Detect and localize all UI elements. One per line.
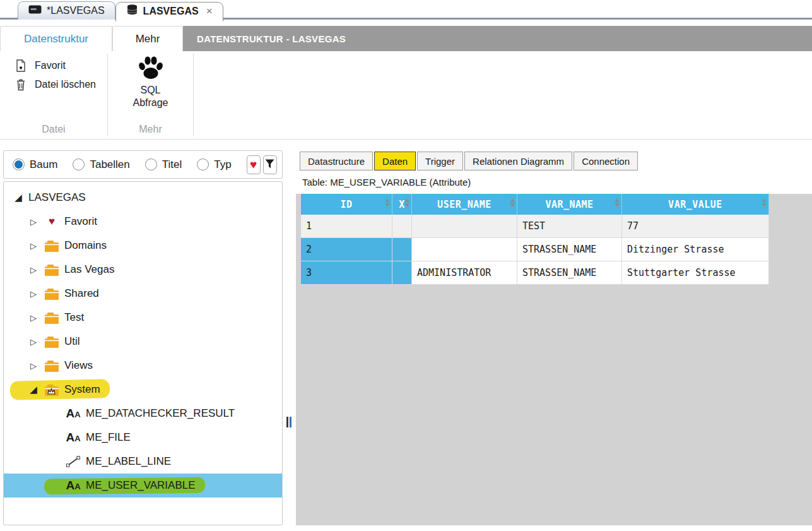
sort-icon[interactable] (404, 199, 409, 206)
tree-item-favorit[interactable]: ▷♥Favorit (4, 210, 282, 234)
favorit-label: Favorit (35, 60, 66, 71)
expand-icon[interactable]: ▷ (28, 361, 39, 371)
collapse-icon[interactable]: ◢ (13, 192, 24, 203)
sort-icon[interactable] (510, 199, 515, 206)
table-cell[interactable] (412, 238, 517, 261)
close-tab-icon[interactable]: × (206, 5, 213, 18)
tab-relationen-diagramm[interactable]: Relationen Diagramm (464, 152, 572, 170)
radio-selected-icon[interactable] (13, 158, 25, 170)
table-cell[interactable]: STRASSEN_NAME (517, 261, 622, 285)
datei-loeschen-button[interactable]: Datei löschen (13, 75, 107, 94)
tree-item-label: Domains (64, 239, 107, 252)
column-header-var-value[interactable]: VAR_VALUE (622, 194, 769, 215)
expand-icon[interactable]: ▷ (28, 337, 39, 347)
sql-abfrage-button[interactable]: SQL Abfrage (119, 55, 182, 109)
tree-item-label: LASVEGAS (28, 191, 86, 204)
table-cell[interactable]: 2 (301, 238, 392, 261)
folder-icon (44, 359, 60, 373)
expand-icon[interactable]: ▷ (28, 217, 39, 227)
table-cell[interactable] (392, 215, 412, 238)
table-cell[interactable]: Stuttgarter Strasse (622, 261, 769, 285)
tree-item-label: Util (64, 335, 80, 348)
table-caption: Table: ME_USER_VARIABLE (Attribute) (296, 170, 812, 194)
table-cell[interactable] (392, 238, 412, 261)
navigation-panel: BaumTabellenTitelTyp♥ ◢LASVEGAS▷♥Favorit… (3, 150, 283, 525)
radio-icon[interactable] (197, 158, 209, 170)
expand-icon[interactable]: ▷ (28, 241, 39, 251)
tree-item-test[interactable]: ▷Test (4, 306, 282, 330)
expand-icon[interactable]: ▷ (28, 313, 39, 323)
tree-item-lasvegas[interactable]: ◢LASVEGAS (4, 186, 282, 210)
folder-crown-icon (44, 383, 60, 397)
table-cell[interactable] (392, 261, 412, 285)
filter-button[interactable] (263, 155, 277, 174)
database-icon (126, 4, 138, 18)
tab-trigger[interactable]: Trigger (417, 152, 463, 170)
favorites-button[interactable]: ♥ (247, 155, 261, 174)
tree-item-system[interactable]: ◢System (4, 378, 282, 402)
text-attribute-icon: AA (65, 407, 81, 421)
column-header-id[interactable]: ID (301, 194, 392, 215)
tab-daten[interactable]: Daten (374, 152, 416, 170)
detail-panel: DatastructureDatenTriggerRelationen Diag… (296, 150, 812, 525)
tree-item-views[interactable]: ▷Views (4, 354, 282, 378)
view-option-baum[interactable]: Baum (13, 158, 57, 171)
favorite-file-icon (13, 59, 29, 72)
column-header-label: VAR_VALUE (668, 199, 722, 210)
table-cell[interactable]: 1 (301, 215, 392, 238)
funnel-icon (265, 159, 274, 170)
tab-connection[interactable]: Connection (574, 152, 638, 170)
column-header-x[interactable]: X (392, 194, 412, 215)
panel-splitter[interactable] (283, 150, 296, 525)
tree-item-util[interactable]: ▷Util (4, 330, 282, 354)
expand-icon[interactable]: ▷ (28, 265, 39, 275)
ribbon-tab-mehr[interactable]: Mehr (112, 26, 183, 51)
data-grid: IDXUSER_NAMEVAR_NAMEVAR_VALUE 1TEST772ST… (301, 194, 769, 285)
ribbon-tab-datenstruktur[interactable]: Datenstruktur (0, 26, 112, 51)
sort-icon[interactable] (385, 199, 390, 206)
column-header-label: USER_NAME (437, 199, 491, 210)
folder-icon (44, 335, 60, 349)
table-row: 2STRASSEN_NAMEDitzinger Strasse (301, 238, 769, 261)
column-header-user-name[interactable]: USER_NAME (412, 194, 517, 215)
tree-item-me-label-line[interactable]: ME_LABEL_LINE (4, 450, 282, 474)
tree-item-label: ME_DATACHECKER_RESULT (86, 407, 235, 420)
tree-item-shared[interactable]: ▷Shared (4, 282, 282, 306)
view-option-typ[interactable]: Typ (197, 158, 231, 171)
view-option-titel[interactable]: Titel (145, 158, 182, 171)
ribbon-group-datei: Favorit Datei löschen Datei (0, 51, 107, 139)
heart-icon: ♥ (250, 158, 257, 172)
table-cell[interactable]: 3 (301, 261, 392, 285)
sort-icon[interactable] (762, 199, 767, 206)
collapse-icon[interactable]: ◢ (28, 384, 39, 395)
expand-icon[interactable]: ▷ (28, 289, 39, 299)
radio-icon[interactable] (145, 158, 157, 170)
tree-item-las-vegas[interactable]: ▷Las Vegas (4, 258, 282, 282)
table-cell[interactable]: ADMINISTRATOR (412, 261, 517, 285)
tree-item-label: ME_FILE (86, 431, 131, 444)
doc-tab--lasvegas[interactable]: *LASVEGAS (18, 1, 115, 20)
tree-item-me-datachecker-result[interactable]: AAME_DATACHECKER_RESULT (4, 402, 282, 426)
tab-datastructure[interactable]: Datastructure (300, 152, 373, 170)
tree-item-me-user-variable[interactable]: AAME_USER_VARIABLE (4, 474, 282, 498)
table-cell[interactable]: STRASSEN_NAME (517, 238, 622, 261)
splitter-handle-icon[interactable] (286, 417, 291, 427)
radio-icon[interactable] (73, 158, 85, 170)
table-row: 1TEST77 (301, 215, 769, 238)
datei-loeschen-label: Datei löschen (35, 79, 96, 90)
column-header-var-name[interactable]: VAR_NAME (517, 194, 622, 215)
doc-tab-lasvegas[interactable]: LASVEGAS× (115, 2, 223, 21)
folder-icon (44, 287, 60, 301)
tree-item-me-file[interactable]: AAME_FILE (4, 426, 282, 450)
radio-label: Baum (30, 158, 57, 171)
table-cell[interactable]: 77 (622, 215, 769, 238)
table-cell[interactable]: Ditzinger Strasse (622, 238, 769, 261)
tree-item-label: ME_LABEL_LINE (86, 455, 171, 468)
sort-icon[interactable] (615, 199, 620, 206)
favorit-button[interactable]: Favorit (13, 56, 107, 75)
heart-icon: ♥ (44, 215, 60, 228)
view-option-tabellen[interactable]: Tabellen (73, 158, 129, 171)
tree-item-domains[interactable]: ▷Domains (4, 234, 282, 258)
table-cell[interactable] (412, 215, 517, 238)
table-cell[interactable]: TEST (517, 215, 622, 238)
